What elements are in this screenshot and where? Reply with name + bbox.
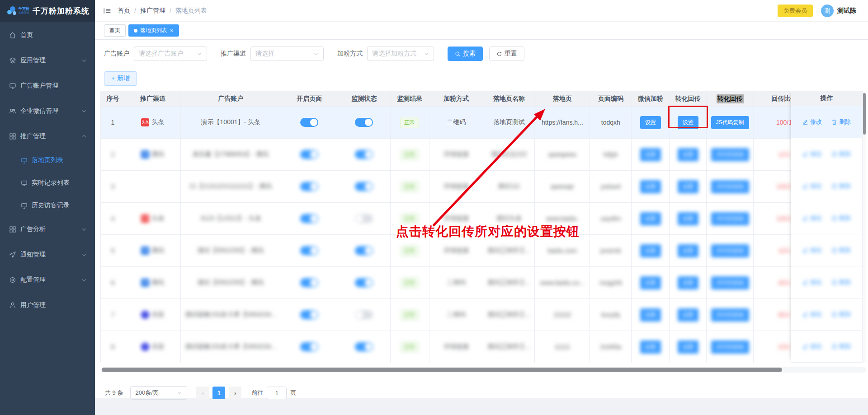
next-page-button[interactable]: ›	[229, 387, 241, 399]
cell-page-name: 测试111	[483, 171, 535, 203]
js-copy-button[interactable]: JS代码复制	[711, 148, 749, 161]
delete-button[interactable]: 删除	[831, 310, 851, 318]
sidebar-item-home[interactable]: 首页	[0, 23, 95, 48]
member-badge[interactable]: 免费会员	[778, 5, 813, 17]
page-open-toggle[interactable]	[300, 182, 318, 191]
callback-ratio: 40/1	[778, 279, 790, 286]
js-copy-button[interactable]: JS代码复制	[711, 244, 749, 257]
delete-button[interactable]: 删除	[831, 246, 851, 254]
ad-account-select[interactable]: 请选择广告账户	[134, 47, 207, 61]
monitor-status-toggle[interactable]	[355, 182, 373, 191]
cell-wechat: 设置	[632, 107, 670, 139]
edit-button[interactable]: 修改	[802, 278, 822, 286]
wechat-setting-button[interactable]: 设置	[640, 212, 661, 225]
callback-setting-button[interactable]: 设置	[678, 212, 698, 225]
sidebar-item-user-management[interactable]: 用户管理	[0, 293, 95, 318]
delete-button[interactable]: 删除	[831, 342, 851, 350]
edit-button[interactable]: 修改	[802, 182, 822, 190]
edit-button[interactable]: 修改	[802, 214, 822, 222]
delete-button[interactable]: 删除	[831, 214, 851, 222]
wechat-setting-button[interactable]: 设置	[640, 276, 661, 289]
reset-button[interactable]: 重置	[489, 47, 524, 61]
callback-setting-button[interactable]: 设置	[678, 148, 698, 161]
goto-page-input[interactable]	[267, 387, 287, 399]
user-menu[interactable]: 测 测试陈	[821, 5, 856, 17]
js-copy-button[interactable]: JS代码复制	[711, 308, 749, 322]
delete-button[interactable]: 删除	[831, 182, 851, 190]
sidebar-item-promotion[interactable]: 推广管理	[0, 124, 95, 149]
breadcrumb-home[interactable]: 首页	[118, 7, 130, 15]
tab-landing-pages[interactable]: 落地页列表 ×	[128, 24, 179, 37]
page-open-toggle[interactable]	[300, 150, 318, 159]
wechat-setting-button[interactable]: 设置	[640, 308, 661, 322]
monitor-status-toggle[interactable]	[355, 150, 373, 159]
callback-setting-button[interactable]: 设置	[678, 116, 698, 129]
vertical-scrollbar[interactable]	[863, 91, 866, 363]
js-copy-button[interactable]: JS代码复制	[711, 212, 749, 225]
edit-button[interactable]: 修改	[802, 118, 822, 126]
add-button[interactable]: + 新增	[104, 71, 137, 86]
edit-button[interactable]: 修改	[802, 150, 822, 158]
page-open-toggle[interactable]	[300, 214, 318, 223]
table-row: 2腾腾讯真实量【27988454】- 腾讯正常详情链接测试日志222qweqwe…	[101, 139, 815, 171]
vertical-scrollbar-thumb[interactable]	[863, 93, 866, 135]
horizontal-scrollbar-thumb[interactable]	[102, 368, 782, 372]
wechat-setting-button[interactable]: 设置	[640, 148, 661, 161]
monitor-status-toggle[interactable]	[355, 278, 373, 287]
monitor-status-toggle[interactable]	[355, 342, 373, 351]
callback-setting-button[interactable]: 设置	[678, 308, 698, 322]
js-copy-button[interactable]: JS代码复制	[711, 276, 749, 289]
monitor-status-toggle[interactable]	[355, 118, 373, 127]
callback-setting-button[interactable]: 设置	[678, 244, 698, 257]
edit-button[interactable]: 修改	[802, 246, 822, 254]
cell-code: uoy4lm	[590, 203, 632, 235]
monitor-status-toggle[interactable]	[355, 214, 373, 223]
sidebar-collapse-button[interactable]	[103, 7, 111, 15]
sidebar-item-ad-analysis[interactable]: 广告分析	[0, 217, 95, 242]
callback-setting-button[interactable]: 设置	[678, 180, 698, 193]
sidebar-item-ad-accounts[interactable]: 广告账户管理	[0, 73, 95, 98]
delete-button[interactable]: 删除	[831, 150, 851, 158]
sidebar-item-notifications[interactable]: 通知管理	[0, 242, 95, 267]
action-row: 修改删除	[791, 234, 863, 266]
js-copy-button[interactable]: JS代码复制	[711, 340, 749, 354]
callback-setting-button[interactable]: 设置	[678, 276, 698, 289]
channel-select[interactable]: 请选择	[250, 47, 324, 61]
search-button[interactable]: 搜索	[448, 47, 483, 61]
js-copy-button[interactable]: JS代码复制	[711, 180, 749, 193]
horizontal-scrollbar[interactable]	[100, 367, 866, 373]
layers-icon	[9, 57, 16, 64]
edit-button[interactable]: 修改	[802, 342, 822, 350]
prev-page-button[interactable]: ‹	[196, 387, 209, 399]
current-page-button[interactable]: 1	[212, 387, 225, 399]
page-open-toggle[interactable]	[300, 342, 318, 351]
wechat-setting-button[interactable]: 设置	[640, 244, 661, 257]
wechat-setting-button[interactable]: 设置	[640, 180, 661, 193]
page-open-toggle[interactable]	[300, 118, 318, 127]
page-open-toggle[interactable]	[300, 246, 318, 255]
sidebar-item-landing-pages[interactable]: 落地页列表	[0, 149, 95, 172]
sidebar-item-configuration[interactable]: 配置管理	[0, 267, 95, 293]
sidebar-item-visitor-history[interactable]: 历史访客记录	[0, 194, 95, 217]
page-open-toggle[interactable]	[300, 278, 318, 287]
monitor-status-toggle[interactable]	[355, 246, 373, 255]
close-icon[interactable]: ×	[170, 28, 174, 33]
cell-code: yotow4	[590, 171, 632, 203]
js-copy-button[interactable]: JS代码复制	[711, 116, 749, 129]
page-size-select[interactable]: 200条/页	[130, 386, 187, 400]
breadcrumb-promotion[interactable]: 推广管理	[140, 7, 165, 15]
page-open-toggle[interactable]	[300, 310, 318, 319]
wechat-setting-button[interactable]: 设置	[640, 116, 661, 129]
delete-button[interactable]: 删除	[831, 118, 851, 126]
monitor-status-toggle[interactable]	[355, 310, 373, 319]
sidebar-item-apps[interactable]: 应用管理	[0, 48, 95, 73]
edit-button[interactable]: 修改	[802, 310, 822, 318]
method-select[interactable]: 请选择加粉方式	[367, 47, 434, 61]
sidebar-item-wecom[interactable]: 企业微信管理	[0, 98, 95, 124]
delete-button[interactable]: 删除	[831, 278, 851, 286]
callback-setting-button[interactable]: 设置	[678, 340, 698, 354]
wechat-setting-button[interactable]: 设置	[640, 340, 661, 354]
tab-home[interactable]: 首页	[104, 24, 126, 37]
grid-icon	[9, 226, 16, 233]
sidebar-item-realtime-records[interactable]: 实时记录列表	[0, 172, 95, 194]
